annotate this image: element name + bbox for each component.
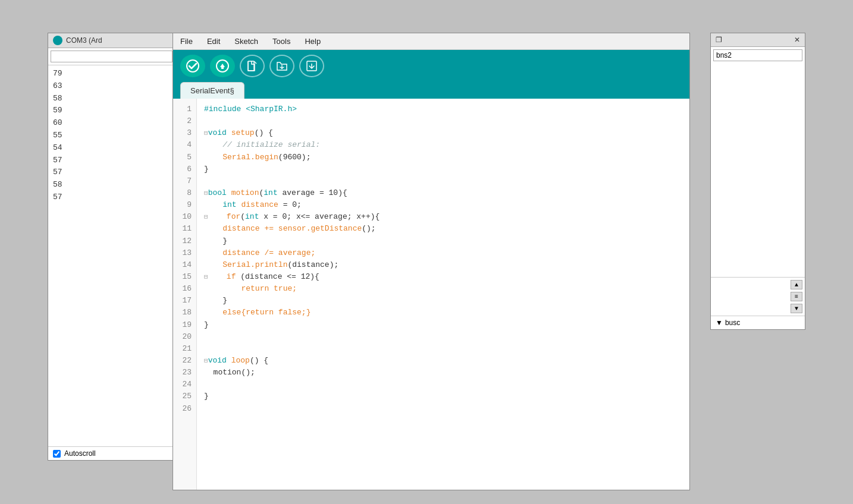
right-panel-footer-text: busc: [725, 319, 740, 327]
toolbar: [173, 50, 689, 82]
serial-search-input[interactable]: [51, 51, 173, 62]
right-panel-header: ❐ ✕: [711, 33, 805, 47]
code-content-area[interactable]: #include <SharpIR.h> ⊟void setup() { // …: [197, 99, 689, 490]
code-line-3: ⊟void setup() {: [204, 127, 682, 139]
code-line-22: ⊟void loop() {: [204, 355, 682, 367]
line-num-16: 16: [173, 283, 196, 295]
serial-data-row: 60: [53, 117, 170, 130]
serial-data-row: 54: [53, 142, 170, 155]
line-num-11: 11: [173, 223, 196, 235]
serial-monitor-title: COM3 (Ard: [48, 33, 175, 48]
line-num-19: 19: [173, 319, 196, 331]
line-num-8: 8: [173, 187, 196, 199]
serial-data-area: 7963585960555457575857: [48, 65, 175, 446]
tab-serial-event[interactable]: SerialEvent§: [180, 82, 244, 99]
serial-data-row: 59: [53, 105, 170, 117]
line-num-15: 15: [173, 271, 196, 283]
right-panel-restore-icon[interactable]: ❐: [716, 36, 722, 44]
code-line-6: }: [204, 163, 682, 175]
code-line-1: #include <SharpIR.h>: [204, 103, 682, 115]
right-panel-footer: ▼ busc: [711, 316, 805, 329]
right-panel-content: [711, 47, 805, 277]
line-num-12: 12: [173, 235, 196, 247]
code-line-17: }: [204, 295, 682, 307]
line-numbers: 1 2 3 4 5 6 7 8 9 10 11 12 13 14 15 16 1…: [173, 99, 197, 490]
code-line-21: [204, 343, 682, 355]
code-editor[interactable]: 1 2 3 4 5 6 7 8 9 10 11 12 13 14 15 16 1…: [173, 99, 689, 490]
code-line-10: ⊟ for(int x = 0; x<= average; x++){: [204, 211, 682, 223]
code-line-25: }: [204, 390, 682, 402]
code-line-16: return true;: [204, 283, 682, 295]
line-num-1: 1: [173, 103, 196, 115]
scroll-down-button[interactable]: ▼: [791, 304, 802, 313]
line-num-25: 25: [173, 390, 196, 402]
code-line-20: [204, 331, 682, 343]
code-line-8: ⊟bool motion(int average = 10){: [204, 187, 682, 199]
line-num-23: 23: [173, 367, 196, 379]
upload-button[interactable]: [210, 55, 235, 77]
code-line-15: ⊟ if (distance <= 12){: [204, 271, 682, 283]
line-num-2: 2: [173, 115, 196, 127]
open-button[interactable]: [269, 55, 294, 77]
code-line-2: [204, 115, 682, 127]
menu-help[interactable]: Help: [302, 36, 323, 47]
arduino-logo-icon: [53, 36, 62, 45]
autoscroll-label: Autoscroll: [64, 449, 96, 458]
line-num-26: 26: [173, 403, 196, 415]
menu-sketch[interactable]: Sketch: [232, 36, 261, 47]
serial-data-row: 79: [53, 68, 170, 80]
serial-data-row: 57: [53, 166, 170, 179]
code-line-18: else{return false;}: [204, 307, 682, 319]
line-num-20: 20: [173, 331, 196, 343]
new-button[interactable]: [240, 55, 265, 77]
menu-edit[interactable]: Edit: [205, 36, 222, 47]
arduino-ide-window: File Edit Sketch Tools Help SerialEvent§…: [173, 33, 690, 490]
line-num-22: 22: [173, 355, 196, 367]
right-panel-footer-arrow-icon[interactable]: ▼: [716, 319, 723, 327]
verify-button[interactable]: [180, 55, 205, 77]
line-num-10: 10: [173, 211, 196, 223]
code-line-23: motion();: [204, 367, 682, 379]
code-line-11: distance += sensor.getDistance();: [204, 223, 682, 235]
scroll-up-button[interactable]: ▲: [791, 280, 802, 289]
line-num-7: 7: [173, 175, 196, 187]
autoscroll-checkbox[interactable]: [53, 450, 61, 458]
code-line-26: [204, 403, 682, 415]
line-num-21: 21: [173, 343, 196, 355]
code-line-12: }: [204, 235, 682, 247]
line-num-6: 6: [173, 163, 196, 175]
serial-monitor-panel: COM3 (Ard 7963585960555457575857 Autoscr…: [48, 33, 175, 461]
svg-marker-2: [220, 64, 225, 67]
line-num-14: 14: [173, 259, 196, 271]
serial-data-row: 55: [53, 130, 170, 142]
svg-rect-4: [248, 61, 254, 71]
line-num-17: 17: [173, 295, 196, 307]
line-num-9: 9: [173, 199, 196, 211]
serial-data-row: 57: [53, 191, 170, 204]
menu-file[interactable]: File: [178, 36, 195, 47]
tab-bar: SerialEvent§: [173, 82, 689, 99]
serial-data-row: 58: [53, 93, 170, 105]
right-panel-search-input[interactable]: [713, 49, 802, 61]
line-num-24: 24: [173, 379, 196, 390]
menu-bar: File Edit Sketch Tools Help: [173, 33, 689, 50]
serial-monitor-title-text: COM3 (Ard: [66, 36, 102, 45]
code-line-19: }: [204, 319, 682, 331]
code-line-5: Serial.begin(9600);: [204, 152, 682, 163]
line-num-4: 4: [173, 139, 196, 151]
code-line-14: Serial.println(distance);: [204, 259, 682, 271]
serial-data-row: 63: [53, 80, 170, 93]
serial-search-area: [48, 48, 175, 65]
right-panel: ❐ ✕ ▲ ≡ ▼ ▼ busc: [710, 33, 805, 330]
save-button[interactable]: [299, 55, 324, 77]
code-line-9: int distance = 0;: [204, 199, 682, 211]
scroll-list-icon[interactable]: ≡: [791, 292, 802, 301]
right-panel-close-icon[interactable]: ✕: [794, 36, 800, 44]
code-line-24: [204, 379, 682, 390]
code-line-4: // initialize serial:: [204, 139, 682, 151]
line-num-3: 3: [173, 127, 196, 139]
menu-tools[interactable]: Tools: [270, 36, 293, 47]
line-num-5: 5: [173, 152, 196, 163]
serial-data-row: 57: [53, 155, 170, 167]
code-line-13: distance /= average;: [204, 247, 682, 259]
